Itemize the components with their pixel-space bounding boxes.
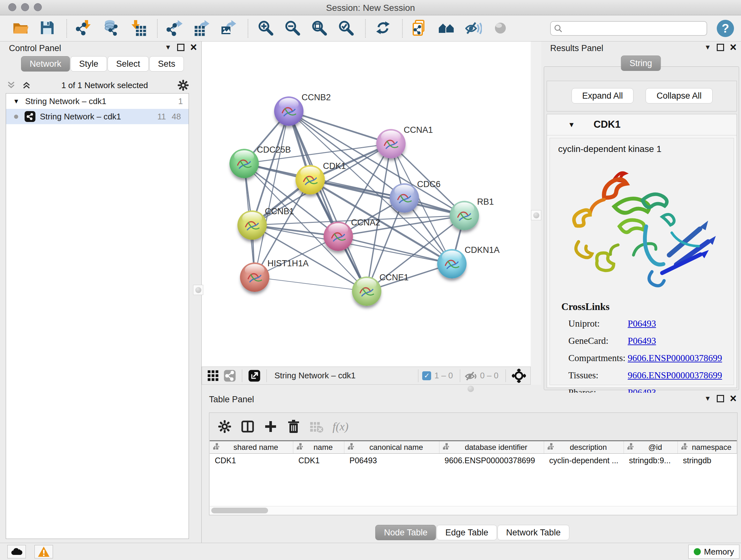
refresh-view-button[interactable] (374, 18, 393, 39)
panel-close-icon[interactable]: × (190, 44, 197, 51)
results-float-icon[interactable] (717, 44, 724, 51)
column-header-shared-name[interactable]: shared name (210, 441, 293, 453)
network-node-rb1[interactable] (450, 201, 479, 230)
collapse-all-icon[interactable] (6, 80, 17, 91)
table-horizontal-scrollbar[interactable] (210, 506, 737, 515)
column-header-name[interactable]: name (293, 441, 344, 453)
tab-node-table[interactable]: Node Table (375, 525, 436, 540)
table-menu-icon[interactable]: ▼ (704, 395, 711, 402)
network-node-cdkn1a[interactable] (437, 249, 467, 278)
search-input[interactable] (565, 23, 703, 34)
crosslink-link[interactable]: 9606.ENSP00000378699 (628, 370, 722, 381)
crosslink-link[interactable]: P06493 (628, 318, 656, 329)
open-session-button[interactable] (11, 18, 30, 39)
open-in-new-icon[interactable] (248, 370, 260, 382)
gene-expander-icon[interactable]: ▼ (568, 121, 575, 129)
network-options-gear-icon[interactable] (178, 79, 189, 91)
search-box[interactable] (550, 21, 707, 36)
network-node-ccna2[interactable] (324, 222, 353, 251)
tab-select[interactable]: Select (108, 56, 149, 71)
network-node-cdc25b[interactable] (229, 149, 259, 178)
results-splitter-handle[interactable] (531, 210, 541, 220)
warning-button[interactable] (35, 545, 53, 558)
tab-network-table[interactable]: Network Table (497, 525, 569, 540)
warning-icon (38, 546, 50, 557)
birds-eye-view-button[interactable] (491, 18, 510, 39)
panel-float-icon[interactable] (177, 44, 185, 51)
panel-menu-icon[interactable]: ▼ (165, 44, 172, 51)
table-row[interactable]: CDK1CDK1P064939606.ENSP00000378699cyclin… (210, 454, 737, 467)
crosslink-link[interactable]: 9606.ENSP00000378699 (628, 353, 722, 363)
table-close-icon[interactable]: × (730, 395, 737, 402)
export-network-button[interactable] (165, 18, 185, 39)
table-cell[interactable]: P06493 (344, 456, 440, 465)
gene-section-header[interactable]: ▼ CDK1 (547, 114, 737, 135)
selected-checkbox[interactable]: ✓ (422, 371, 431, 380)
grid-view-icon[interactable] (207, 370, 219, 382)
network-from-selection-button[interactable] (410, 18, 429, 39)
window-title: Session: New Session (0, 3, 741, 13)
network-node-hist1h1a[interactable] (240, 262, 269, 292)
split-columns-button[interactable] (239, 418, 257, 435)
collapse-all-button[interactable]: Collapse All (646, 88, 713, 104)
tab-string[interactable]: String (621, 56, 661, 71)
center-view-icon[interactable] (512, 369, 526, 383)
zoom-fit-button[interactable] (310, 18, 329, 39)
table-cell[interactable]: 9606.ENSP00000378699 (440, 456, 544, 465)
cybrowser-home-button[interactable] (437, 18, 456, 39)
network-node-ccnb1[interactable] (238, 210, 267, 240)
network-node-ccna1[interactable] (376, 129, 406, 159)
tab-network[interactable]: Network (21, 56, 70, 71)
table-cell[interactable]: stringdb (678, 456, 737, 465)
expand-all-icon[interactable] (21, 80, 32, 91)
table-cell[interactable]: cyclin-dependent ... (544, 456, 624, 465)
import-network-from-file-button[interactable] (75, 18, 94, 39)
table-cell[interactable]: CDK1 (210, 456, 293, 465)
table-float-icon[interactable] (717, 395, 724, 402)
table-cell[interactable]: CDK1 (293, 456, 344, 465)
show-graphics-details-icon (465, 32, 482, 37)
help-button[interactable]: ? (717, 20, 734, 37)
export-table-button[interactable] (192, 18, 211, 39)
column-header-database-identifier[interactable]: database identifier (440, 441, 544, 453)
network-node-ccne1[interactable] (352, 276, 381, 306)
table-cell[interactable]: stringdb:9... (624, 456, 678, 465)
save-session-button[interactable] (38, 18, 57, 39)
scrollbar-thumb[interactable] (211, 508, 268, 513)
expand-all-button[interactable]: Expand All (571, 88, 633, 104)
control-splitter-handle[interactable] (193, 285, 203, 295)
results-menu-icon[interactable]: ▼ (704, 44, 711, 51)
crosslink-link[interactable]: P06493 (628, 335, 656, 346)
collection-expander-icon[interactable]: ▼ (13, 98, 19, 105)
network-canvas[interactable]: CCNB2 CCNA1 CDC25B CDK1 CDC6 RB1 CCNB1 C… (202, 42, 531, 367)
import-table-from-file-button[interactable] (128, 18, 147, 39)
network-collection-row[interactable]: ▼ String Network – cdk1 1 (6, 94, 189, 109)
delete-table-button[interactable] (308, 418, 326, 435)
results-close-icon[interactable]: × (730, 44, 737, 51)
zoom-out-button[interactable] (283, 18, 302, 39)
network-row[interactable]: String Network – cdk1 11 48 (6, 109, 189, 124)
network-node-ccnb2[interactable] (274, 97, 304, 126)
network-node-cdk1[interactable] (295, 165, 325, 194)
add-column-button[interactable] (262, 418, 280, 435)
export-image-button[interactable] (219, 18, 238, 39)
zoom-in-button[interactable] (256, 18, 275, 39)
column-header-description[interactable]: description (544, 441, 624, 453)
import-network-from-database-button[interactable] (102, 18, 121, 39)
zoom-selected-button[interactable] (336, 18, 355, 39)
delete-column-button[interactable] (285, 418, 302, 435)
share-network-icon[interactable] (224, 370, 236, 382)
show-graphics-details-button[interactable] (464, 18, 483, 39)
column-header-namespace[interactable]: namespace (678, 441, 737, 453)
function-builder-button[interactable]: f(x) (331, 420, 350, 434)
network-node-cdc6[interactable] (390, 183, 419, 212)
tab-edge-table[interactable]: Edge Table (436, 525, 497, 540)
column-header--id[interactable]: @id (624, 441, 678, 453)
column-header-canonical-name[interactable]: canonical name (344, 441, 440, 453)
memory-button[interactable]: Memory (688, 545, 739, 559)
cloud-button[interactable] (7, 545, 26, 558)
settings-gear-button[interactable] (216, 418, 233, 435)
table-splitter-handle[interactable] (468, 386, 474, 392)
tab-sets[interactable]: Sets (149, 56, 184, 71)
tab-style[interactable]: Style (71, 56, 107, 71)
